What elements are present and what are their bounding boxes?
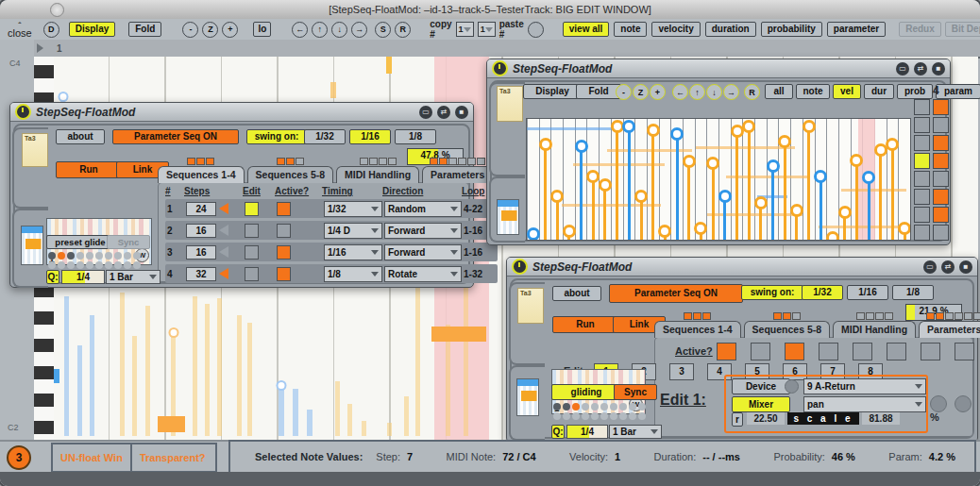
preset-slot[interactable] bbox=[133, 252, 141, 260]
float-icon[interactable]: ▭ bbox=[896, 62, 909, 75]
gliding-button[interactable]: gliding bbox=[551, 384, 621, 400]
lo-button[interactable]: lo bbox=[253, 22, 271, 37]
preset-slot[interactable] bbox=[600, 412, 608, 420]
preset-slot[interactable] bbox=[114, 261, 122, 269]
unfloat-button[interactable]: UN-float Win bbox=[53, 452, 130, 463]
device-power-icon[interactable] bbox=[15, 104, 31, 120]
active-toggle[interactable] bbox=[921, 343, 940, 360]
step-stem[interactable] bbox=[748, 124, 751, 240]
s-button[interactable]: S bbox=[375, 22, 391, 38]
steps-value[interactable]: 32 bbox=[186, 267, 216, 281]
preset-slot[interactable] bbox=[58, 252, 65, 260]
edit-toggle[interactable] bbox=[245, 267, 259, 281]
sticky-note-icon[interactable]: Ta3 bbox=[22, 133, 48, 167]
view-vel[interactable]: vel bbox=[833, 84, 861, 99]
active-toggle[interactable] bbox=[277, 202, 291, 216]
preset-slot[interactable] bbox=[553, 403, 561, 411]
tab-midi-handling[interactable]: MIDI Handling bbox=[833, 321, 916, 338]
display-button[interactable]: Display bbox=[69, 22, 116, 37]
arrow-down-button[interactable]: ↓ bbox=[331, 22, 347, 38]
quantize-value-slider[interactable]: 1/4 bbox=[61, 270, 105, 284]
view-probability[interactable]: probability bbox=[761, 22, 822, 37]
view-all[interactable]: all bbox=[765, 84, 793, 99]
window-control-icon[interactable] bbox=[50, 3, 64, 17]
step-stem[interactable] bbox=[676, 131, 679, 241]
active-square[interactable] bbox=[933, 117, 949, 133]
tab-sequences-5-8[interactable]: Sequences 5-8 bbox=[247, 166, 334, 183]
view-note[interactable]: note bbox=[614, 22, 647, 37]
parameter-seq-toggle[interactable]: Parameter Seq ON bbox=[112, 129, 239, 144]
view-velocity[interactable]: velocity bbox=[651, 22, 700, 37]
preset-slot[interactable] bbox=[638, 403, 646, 411]
preset-slot[interactable] bbox=[553, 412, 561, 420]
copy-number-dropdown-1[interactable]: 1 bbox=[456, 22, 474, 37]
copy-number-dropdown-2[interactable]: 1 bbox=[478, 22, 496, 37]
step-stem[interactable] bbox=[904, 226, 906, 240]
step-stem[interactable] bbox=[616, 124, 618, 240]
step-stem[interactable] bbox=[567, 228, 570, 240]
step-stem[interactable] bbox=[700, 226, 702, 240]
direction-dropdown[interactable]: Forward bbox=[384, 244, 462, 260]
edit-select-square[interactable] bbox=[914, 225, 930, 241]
active-toggle[interactable] bbox=[751, 343, 770, 360]
parameter-dropdown[interactable]: pan bbox=[803, 396, 926, 412]
device-power-icon[interactable] bbox=[512, 259, 528, 275]
step-lollipop-chart[interactable] bbox=[526, 118, 911, 241]
view-duration[interactable]: duration bbox=[705, 22, 756, 37]
preset-slot[interactable] bbox=[591, 403, 599, 411]
view-parameter[interactable]: parameter bbox=[827, 22, 886, 37]
preset-slot[interactable] bbox=[600, 403, 608, 411]
float-icon[interactable]: ▭ bbox=[419, 106, 432, 119]
preset-slot[interactable] bbox=[124, 261, 131, 269]
steps-value[interactable]: 24 bbox=[186, 202, 216, 216]
close-button[interactable]: ˆ close bbox=[8, 22, 32, 37]
d-button[interactable]: D bbox=[43, 22, 59, 38]
active-toggle[interactable] bbox=[955, 343, 974, 360]
step-stem[interactable] bbox=[592, 174, 595, 240]
steps-value[interactable]: 16 bbox=[186, 245, 216, 260]
preset-slot[interactable] bbox=[95, 252, 103, 260]
step-stem[interactable] bbox=[544, 142, 547, 240]
sync-button[interactable]: Sync bbox=[107, 235, 150, 249]
preset-slot[interactable] bbox=[114, 252, 122, 260]
edit-toggle[interactable] bbox=[245, 245, 259, 260]
sync-arrows-icon[interactable]: ⇄ bbox=[914, 62, 927, 75]
preset-slot[interactable] bbox=[610, 403, 617, 411]
swing-1-32[interactable]: 1/32 bbox=[802, 285, 843, 300]
range-r-button[interactable]: r bbox=[732, 412, 743, 427]
edit-select-square[interactable] bbox=[914, 207, 930, 223]
preset-slot[interactable] bbox=[629, 412, 636, 420]
step-stem[interactable] bbox=[628, 124, 631, 240]
step-stem[interactable] bbox=[556, 193, 559, 240]
map-indicator-icon[interactable] bbox=[785, 379, 799, 394]
zoom-default-button[interactable]: Z bbox=[633, 84, 649, 100]
preset-slot[interactable] bbox=[563, 412, 570, 420]
active-square[interactable] bbox=[933, 207, 949, 223]
preset-slot[interactable] bbox=[133, 261, 141, 269]
save-icon[interactable]: ■ bbox=[959, 260, 972, 274]
swing-1-8[interactable]: 1/8 bbox=[395, 129, 436, 144]
step-stem[interactable] bbox=[580, 143, 583, 240]
map-dial-icon[interactable] bbox=[930, 395, 947, 412]
zoom-out-button[interactable]: - bbox=[616, 84, 632, 100]
arrow-right-button[interactable]: → bbox=[723, 84, 739, 100]
active-toggle[interactable] bbox=[785, 343, 804, 360]
range-max-value[interactable]: 81.88 bbox=[862, 412, 900, 425]
active-square[interactable] bbox=[933, 153, 949, 169]
arrow-up-button[interactable]: ↑ bbox=[689, 84, 705, 100]
paste-indicator-icon[interactable] bbox=[528, 22, 544, 38]
r-button[interactable]: R bbox=[395, 22, 411, 38]
step-stem[interactable] bbox=[843, 209, 846, 240]
edit-toggle[interactable] bbox=[245, 224, 259, 238]
map-dial-icon[interactable] bbox=[955, 395, 972, 412]
edit-toggle[interactable] bbox=[245, 202, 259, 216]
about-button[interactable]: about bbox=[552, 286, 601, 301]
timing-dropdown[interactable]: 1/32 bbox=[324, 201, 382, 217]
step-stem[interactable] bbox=[603, 182, 606, 240]
window-count-badge[interactable]: 3 bbox=[7, 445, 31, 470]
display-button[interactable]: Display bbox=[523, 84, 582, 99]
save-icon[interactable]: ■ bbox=[932, 62, 945, 75]
beat-ruler[interactable]: 1 bbox=[34, 40, 980, 59]
edit-select-square[interactable] bbox=[914, 135, 930, 151]
tab-parameters[interactable]: Parameters bbox=[422, 166, 493, 183]
